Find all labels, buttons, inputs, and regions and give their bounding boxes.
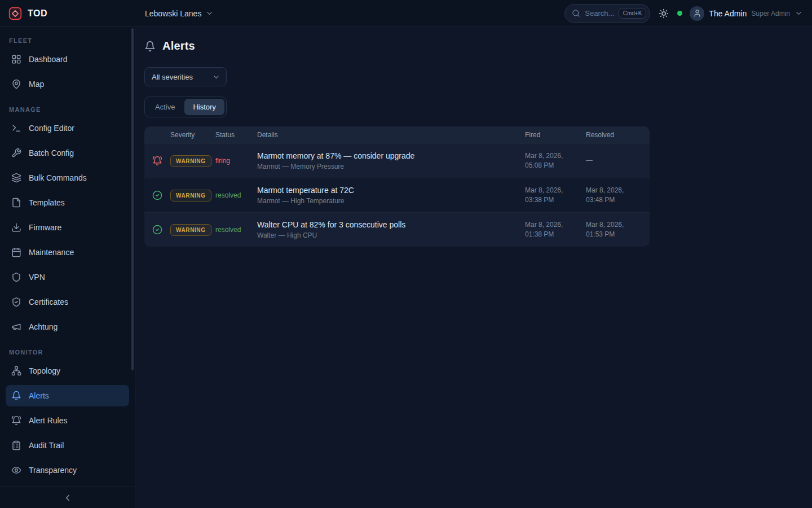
network-icon — [11, 366, 21, 376]
sidebar-item-label: VPN — [29, 273, 45, 282]
org-name: Lebowski Lanes — [145, 9, 201, 18]
clipboard-list-icon — [11, 440, 21, 450]
app-shell: Fleet Dashboard Map Manage — [0, 27, 812, 508]
page-header: Alerts — [144, 40, 798, 52]
alert-subtitle: Walter — High CPU — [257, 231, 516, 239]
alert-details: Walter CPU at 82% for 3 consecutive poll… — [257, 220, 525, 239]
sidebar-item-label: Bulk Commands — [29, 173, 87, 182]
status-text: resolved — [215, 226, 257, 234]
sidebar-nav: Fleet Dashboard Map Manage — [0, 27, 135, 487]
sidebar-section-fleet: Fleet — [9, 37, 129, 44]
alert-title: Walter CPU at 82% for 3 consecutive poll… — [257, 220, 516, 229]
search-placeholder: Search... — [585, 9, 614, 17]
chevron-down-icon — [212, 73, 220, 81]
calendar-icon — [11, 247, 21, 257]
sidebar-item-achtung[interactable]: Achtung — [6, 316, 129, 338]
search-input[interactable]: Search... Cmd+K — [564, 4, 650, 23]
theme-toggle-button[interactable] — [657, 7, 670, 20]
sidebar-item-transparency[interactable]: Transparency — [6, 459, 129, 481]
user-role-badge: Super Admin — [751, 10, 790, 17]
sidebar-item-alert-rules[interactable]: Alert Rules — [6, 410, 129, 431]
severity-badge: WARNING — [170, 155, 211, 167]
sidebar-item-label: Dashboard — [29, 55, 68, 64]
status-text: resolved — [215, 191, 257, 199]
sidebar-item-label: Achtung — [29, 322, 58, 331]
fired-time: Mar 8, 2026, 05:08 PM — [525, 151, 586, 171]
fired-time: Mar 8, 2026, 01:38 PM — [525, 220, 586, 240]
table-row[interactable]: WARNING resolved Marmot temperature at 7… — [144, 178, 650, 212]
sidebar-item-vpn[interactable]: VPN — [6, 266, 129, 288]
sidebar-item-batch-config[interactable]: Batch Config — [6, 142, 129, 164]
sidebar-item-label: Templates — [29, 198, 65, 207]
brand[interactable]: TOD — [0, 6, 135, 21]
sidebar-item-label: Firmware — [29, 223, 61, 232]
page-title: Alerts — [162, 40, 195, 52]
col-resolved: Resolved — [586, 131, 650, 139]
severity-filter-select[interactable]: All severities — [144, 67, 227, 86]
severity-badge: WARNING — [170, 190, 211, 202]
col-severity: Severity — [170, 131, 215, 139]
severity-badge: WARNING — [170, 224, 211, 236]
file-icon — [11, 198, 21, 208]
table-row[interactable]: WARNING resolved Walter CPU at 82% for 3… — [144, 212, 650, 247]
sidebar-item-label: Topology — [29, 366, 60, 375]
main-content: Alerts All severities Active History Sev… — [135, 27, 812, 508]
alert-details: Marmot memory at 87% — consider upgrade … — [257, 151, 525, 170]
terminal-icon — [11, 123, 21, 133]
sidebar-item-templates[interactable]: Templates — [6, 192, 129, 213]
sidebar-item-map[interactable]: Map — [6, 73, 129, 95]
sidebar-item-label: Certificates — [29, 297, 68, 306]
org-selector[interactable]: Lebowski Lanes — [135, 9, 214, 18]
sidebar-item-label: Alerts — [29, 391, 49, 400]
brand-logo-icon — [8, 6, 23, 21]
bell-ring-icon — [11, 415, 21, 426]
sidebar-item-certificates[interactable]: Certificates — [6, 291, 129, 313]
alert-title: Marmot memory at 87% — consider upgrade — [257, 151, 516, 160]
table-row[interactable]: WARNING firing Marmot memory at 87% — co… — [144, 143, 650, 178]
wrench-icon — [11, 148, 21, 158]
sidebar-item-config-editor[interactable]: Config Editor — [6, 117, 129, 139]
alerts-bell-icon — [144, 41, 156, 52]
sidebar-item-label: Maintenance — [29, 248, 74, 257]
resolved-time: Mar 8, 2026, 01:53 PM — [586, 220, 650, 240]
sidebar-item-maintenance[interactable]: Maintenance — [6, 242, 129, 263]
sidebar-item-alerts[interactable]: Alerts — [6, 385, 129, 406]
download-icon — [11, 222, 21, 233]
online-status-dot — [677, 11, 682, 16]
topbar: TOD Lebowski Lanes Search... Cmd+K — [0, 0, 812, 27]
sidebar-item-dashboard[interactable]: Dashboard — [6, 49, 129, 70]
tab-active[interactable]: Active — [147, 99, 183, 115]
user-menu[interactable]: The Admin Super Admin — [690, 6, 803, 21]
sidebar-item-label: Audit Trail — [29, 441, 64, 450]
user-name: The Admin — [709, 9, 747, 18]
search-shortcut-badge: Cmd+K — [619, 8, 647, 19]
resolved-time: Mar 8, 2026, 03:48 PM — [586, 186, 650, 205]
col-status: Status — [215, 131, 257, 139]
chevron-left-icon — [63, 493, 73, 503]
bell-icon — [11, 391, 21, 401]
user-icon — [693, 9, 701, 17]
col-fired: Fired — [525, 131, 586, 139]
brand-name: TOD — [28, 8, 47, 19]
chevron-down-icon — [205, 9, 214, 17]
sidebar-item-bulk-commands[interactable]: Bulk Commands — [6, 167, 129, 189]
sidebar-scrollbar[interactable] — [131, 28, 134, 370]
sidebar: Fleet Dashboard Map Manage — [0, 27, 135, 508]
sidebar-item-firmware[interactable]: Firmware — [6, 217, 129, 238]
alerts-table: Severity Status Details Fired Resolved W… — [144, 126, 650, 247]
sidebar-item-topology[interactable]: Topology — [6, 360, 129, 382]
alert-title: Marmot temperature at 72C — [257, 186, 516, 195]
shield-icon — [11, 272, 21, 282]
tab-history[interactable]: History — [184, 99, 224, 115]
sidebar-section-monitor: Monitor — [9, 349, 129, 356]
topbar-actions: Search... Cmd+K The Admin Super Admin — [564, 4, 812, 23]
sidebar-section-manage: Manage — [9, 106, 129, 113]
eye-icon — [11, 465, 21, 475]
app-root: TOD Lebowski Lanes Search... Cmd+K — [0, 0, 812, 508]
sidebar-collapse-button[interactable] — [0, 487, 135, 508]
sidebar-item-label: Map — [29, 80, 44, 89]
check-circle-icon — [144, 225, 170, 235]
sidebar-item-audit-trail[interactable]: Audit Trail — [6, 435, 129, 456]
fired-time: Mar 8, 2026, 03:38 PM — [525, 186, 586, 205]
sidebar-item-label: Config Editor — [29, 124, 74, 133]
